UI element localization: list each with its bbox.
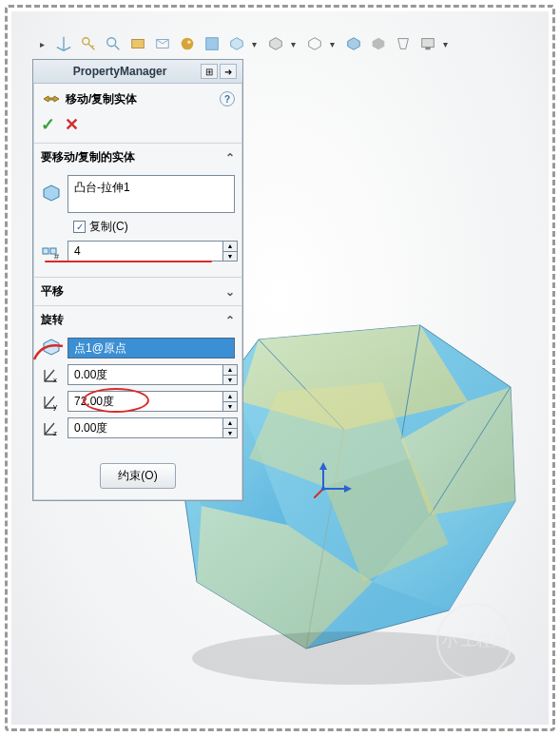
- svg-point-32: [321, 487, 325, 491]
- svg-line-31: [314, 489, 323, 498]
- x-spin-down[interactable]: ▼: [222, 375, 238, 386]
- section-rotate-title: 旋转: [41, 312, 64, 328]
- angle-x-input[interactable]: [68, 364, 222, 385]
- ok-button[interactable]: ✓: [41, 114, 55, 135]
- svg-rect-5: [206, 38, 219, 50]
- section-rotate-header[interactable]: 旋转 ⌃: [33, 306, 242, 334]
- shadow-icon[interactable]: [369, 34, 388, 53]
- axis-ref-icon: [41, 338, 62, 358]
- section-rotate: 旋转 ⌃ 点1@原点 x ▲▼ y ▲▼: [33, 305, 242, 454]
- svg-point-3: [182, 38, 194, 50]
- section-translate-title: 平移: [41, 283, 64, 300]
- chevron-up-icon: ⌃: [225, 151, 235, 165]
- render-icon[interactable]: [418, 34, 437, 53]
- feature-row: 移动/复制实体 ?: [33, 84, 242, 112]
- y-spin-down[interactable]: ▼: [222, 401, 238, 413]
- appearance-icon[interactable]: [178, 34, 197, 53]
- pin-button[interactable]: ⊞: [201, 64, 218, 79]
- dropdown-arrow-icon[interactable]: ▾: [330, 39, 335, 49]
- section-bodies: 要移动/复制的实体 ⌃ 凸台-拉伸1 ✓ 复制(C): [33, 143, 242, 277]
- svg-marker-28: [319, 462, 327, 470]
- y-spin-up[interactable]: ▲: [222, 391, 238, 401]
- x-spin-up[interactable]: ▲: [222, 364, 238, 375]
- zone-icon[interactable]: [153, 34, 172, 53]
- svg-point-4: [187, 40, 191, 44]
- view-orientation-icon[interactable]: [227, 34, 246, 53]
- origin-icon[interactable]: [54, 34, 73, 53]
- scene-icon[interactable]: [203, 34, 222, 53]
- move-copy-icon: [41, 89, 60, 108]
- property-manager-panel: PropertyManager ⊞ ➜ 移动/复制实体 ? ✓ ✕ 要移动/复制…: [32, 59, 243, 501]
- angle-y-icon: y: [41, 391, 62, 412]
- bodies-listbox[interactable]: 凸台-拉伸1: [68, 175, 235, 213]
- dropdown-arrow-icon[interactable]: ▾: [252, 39, 257, 49]
- svg-rect-2: [132, 40, 145, 48]
- section-translate: 平移 ⌄: [33, 277, 242, 305]
- perspective-icon[interactable]: [394, 34, 413, 53]
- section-translate-header[interactable]: 平移 ⌄: [33, 278, 242, 305]
- rotate-ref-item: 点1@原点: [74, 340, 126, 357]
- viewport-3d[interactable]: ▸ ▾ ▾ ▾ ▾ PropertyManager ⊞ ➜: [11, 11, 549, 725]
- toolbar-nav-arrow-icon[interactable]: ▸: [40, 39, 45, 49]
- display-style-icon[interactable]: [266, 34, 285, 53]
- svg-text:x: x: [53, 376, 57, 384]
- svg-text:#: #: [54, 252, 59, 261]
- view-toolbar: ▸ ▾ ▾ ▾ ▾: [40, 34, 452, 53]
- svg-rect-8: [43, 248, 48, 254]
- svg-point-1: [107, 38, 116, 47]
- origin-triad-icon[interactable]: [314, 460, 352, 498]
- zoom-fit-icon[interactable]: [104, 34, 123, 53]
- section-bodies-header[interactable]: 要移动/复制的实体 ⌃: [33, 144, 242, 171]
- solid-body-icon: [41, 184, 62, 204]
- count-spin-down[interactable]: ▼: [222, 251, 238, 262]
- copy-label: 复制(C): [89, 219, 128, 235]
- confirm-row: ✓ ✕: [33, 112, 242, 143]
- edges-shaded-icon[interactable]: [344, 34, 363, 53]
- angle-z-input[interactable]: [68, 417, 222, 438]
- cancel-button[interactable]: ✕: [65, 114, 79, 135]
- z-spin-down[interactable]: ▼: [222, 428, 238, 439]
- feature-title: 移动/复制实体: [66, 91, 137, 107]
- svg-point-0: [83, 38, 89, 45]
- chevron-up-icon: ⌃: [225, 314, 235, 327]
- dropdown-arrow-icon[interactable]: ▾: [291, 39, 296, 49]
- pm-header: PropertyManager ⊞ ➜: [33, 60, 242, 84]
- svg-text:y: y: [53, 402, 57, 411]
- svg-rect-7: [425, 48, 430, 50]
- svg-marker-30: [344, 485, 352, 493]
- z-spin-up[interactable]: ▲: [222, 417, 238, 428]
- pm-title: PropertyManager: [39, 65, 201, 78]
- section-view-icon[interactable]: [128, 34, 147, 53]
- key-icon[interactable]: [79, 34, 98, 53]
- count-icon: #: [41, 241, 62, 261]
- rotate-reference-box[interactable]: 点1@原点: [68, 338, 235, 358]
- watermark: 小 工程师: [436, 603, 512, 679]
- copy-count-input[interactable]: [68, 241, 222, 261]
- angle-y-input[interactable]: [68, 391, 222, 412]
- copy-checkbox[interactable]: ✓: [73, 221, 86, 233]
- section-bodies-title: 要移动/复制的实体: [41, 149, 135, 165]
- hidden-lines-icon[interactable]: [305, 34, 324, 53]
- dropdown-arrow-icon[interactable]: ▾: [443, 39, 448, 49]
- help-icon[interactable]: ?: [220, 91, 235, 107]
- angle-z-icon: z: [41, 417, 62, 438]
- chevron-down-icon: ⌄: [225, 285, 235, 299]
- constraint-button[interactable]: 约束(O): [100, 463, 175, 489]
- svg-rect-6: [422, 39, 434, 48]
- body-item: 凸台-拉伸1: [74, 181, 130, 194]
- angle-x-icon: x: [41, 364, 62, 385]
- arrow-button[interactable]: ➜: [220, 64, 237, 79]
- count-spin-up[interactable]: ▲: [222, 241, 238, 251]
- svg-text:z: z: [53, 429, 57, 437]
